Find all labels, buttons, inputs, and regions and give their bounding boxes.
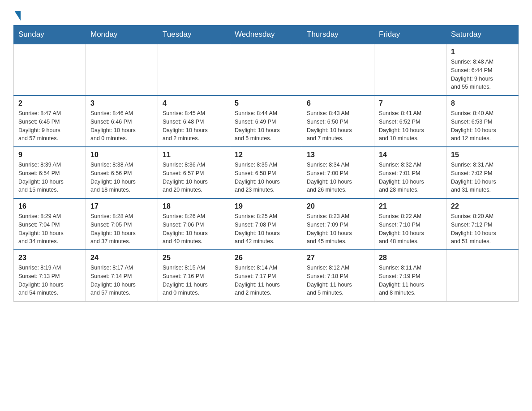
day-info: Sunrise: 8:34 AMSunset: 7:00 PMDaylight:… — [307, 161, 369, 194]
col-sunday: Sunday — [14, 26, 86, 44]
day-info: Sunrise: 8:26 AMSunset: 7:06 PMDaylight:… — [163, 212, 225, 246]
table-row: 1Sunrise: 8:48 AMSunset: 6:44 PMDaylight… — [446, 44, 519, 95]
day-info: Sunrise: 8:44 AMSunset: 6:49 PMDaylight:… — [235, 109, 297, 143]
table-row: 24Sunrise: 8:17 AMSunset: 7:14 PMDayligh… — [86, 250, 158, 301]
day-number: 9 — [18, 151, 81, 159]
day-info: Sunrise: 8:31 AMSunset: 7:02 PMDaylight:… — [451, 161, 514, 194]
day-number: 26 — [235, 254, 297, 262]
day-info: Sunrise: 8:46 AMSunset: 6:46 PMDaylight:… — [90, 109, 153, 143]
day-number: 10 — [90, 151, 153, 159]
day-number: 8 — [451, 99, 514, 107]
table-row: 9Sunrise: 8:39 AMSunset: 6:54 PMDaylight… — [14, 147, 86, 198]
table-row: 22Sunrise: 8:20 AMSunset: 7:12 PMDayligh… — [446, 198, 519, 250]
day-number: 23 — [18, 254, 81, 262]
day-info: Sunrise: 8:25 AMSunset: 7:08 PMDaylight:… — [235, 212, 297, 246]
day-number: 7 — [379, 99, 442, 107]
day-info: Sunrise: 8:23 AMSunset: 7:09 PMDaylight:… — [307, 212, 369, 246]
day-number: 22 — [451, 202, 514, 210]
table-row — [14, 44, 86, 95]
table-row: 19Sunrise: 8:25 AMSunset: 7:08 PMDayligh… — [230, 198, 302, 250]
day-info: Sunrise: 8:47 AMSunset: 6:45 PMDaylight:… — [18, 109, 81, 143]
day-info: Sunrise: 8:41 AMSunset: 6:52 PMDaylight:… — [379, 109, 442, 143]
calendar-header-row: Sunday Monday Tuesday Wednesday Thursday… — [14, 26, 519, 44]
day-number: 20 — [307, 202, 369, 210]
day-number: 3 — [90, 99, 153, 107]
day-info: Sunrise: 8:48 AMSunset: 6:44 PMDaylight:… — [451, 58, 514, 91]
day-number: 6 — [307, 99, 369, 107]
table-row — [230, 44, 302, 95]
day-number: 25 — [163, 254, 225, 262]
day-info: Sunrise: 8:22 AMSunset: 7:10 PMDaylight:… — [379, 212, 442, 246]
day-number: 24 — [90, 254, 153, 262]
day-number: 27 — [307, 254, 369, 262]
day-number: 21 — [379, 202, 442, 210]
day-info: Sunrise: 8:11 AMSunset: 7:19 PMDaylight:… — [379, 264, 442, 297]
calendar-week-row: 9Sunrise: 8:39 AMSunset: 6:54 PMDaylight… — [14, 147, 519, 198]
logo — [13, 9, 21, 21]
day-info: Sunrise: 8:20 AMSunset: 7:12 PMDaylight:… — [451, 212, 514, 246]
day-info: Sunrise: 8:43 AMSunset: 6:50 PMDaylight:… — [307, 109, 369, 143]
table-row: 11Sunrise: 8:36 AMSunset: 6:57 PMDayligh… — [158, 147, 230, 198]
day-info: Sunrise: 8:35 AMSunset: 6:58 PMDaylight:… — [235, 161, 297, 194]
calendar-week-row: 16Sunrise: 8:29 AMSunset: 7:04 PMDayligh… — [14, 198, 519, 250]
day-info: Sunrise: 8:14 AMSunset: 7:17 PMDaylight:… — [235, 264, 297, 297]
day-number: 13 — [307, 151, 369, 159]
table-row: 10Sunrise: 8:38 AMSunset: 6:56 PMDayligh… — [86, 147, 158, 198]
col-saturday: Saturday — [446, 26, 519, 44]
table-row — [86, 44, 158, 95]
day-info: Sunrise: 8:40 AMSunset: 6:53 PMDaylight:… — [451, 109, 514, 143]
table-row: 7Sunrise: 8:41 AMSunset: 6:52 PMDaylight… — [374, 95, 446, 147]
table-row: 27Sunrise: 8:12 AMSunset: 7:18 PMDayligh… — [302, 250, 374, 301]
day-info: Sunrise: 8:19 AMSunset: 7:13 PMDaylight:… — [18, 264, 81, 297]
calendar-week-row: 23Sunrise: 8:19 AMSunset: 7:13 PMDayligh… — [14, 250, 519, 301]
table-row: 21Sunrise: 8:22 AMSunset: 7:10 PMDayligh… — [374, 198, 446, 250]
calendar-week-row: 2Sunrise: 8:47 AMSunset: 6:45 PMDaylight… — [14, 95, 519, 147]
day-number: 1 — [451, 48, 514, 56]
table-row: 16Sunrise: 8:29 AMSunset: 7:04 PMDayligh… — [14, 198, 86, 250]
day-info: Sunrise: 8:45 AMSunset: 6:48 PMDaylight:… — [163, 109, 225, 143]
table-row: 25Sunrise: 8:15 AMSunset: 7:16 PMDayligh… — [158, 250, 230, 301]
calendar-table: Sunday Monday Tuesday Wednesday Thursday… — [13, 25, 519, 302]
logo-arrow-icon — [14, 11, 21, 21]
day-info: Sunrise: 8:39 AMSunset: 6:54 PMDaylight:… — [18, 161, 81, 194]
day-info: Sunrise: 8:32 AMSunset: 7:01 PMDaylight:… — [379, 161, 442, 194]
table-row: 28Sunrise: 8:11 AMSunset: 7:19 PMDayligh… — [374, 250, 446, 301]
day-number: 16 — [18, 202, 81, 210]
day-number: 28 — [379, 254, 442, 262]
table-row: 15Sunrise: 8:31 AMSunset: 7:02 PMDayligh… — [446, 147, 519, 198]
day-info: Sunrise: 8:12 AMSunset: 7:18 PMDaylight:… — [307, 264, 369, 297]
table-row: 17Sunrise: 8:28 AMSunset: 7:05 PMDayligh… — [86, 198, 158, 250]
col-tuesday: Tuesday — [158, 26, 230, 44]
day-number: 4 — [163, 99, 225, 107]
day-number: 11 — [163, 151, 225, 159]
day-number: 14 — [379, 151, 442, 159]
table-row: 23Sunrise: 8:19 AMSunset: 7:13 PMDayligh… — [14, 250, 86, 301]
day-number: 18 — [163, 202, 225, 210]
table-row: 4Sunrise: 8:45 AMSunset: 6:48 PMDaylight… — [158, 95, 230, 147]
col-friday: Friday — [374, 26, 446, 44]
table-row: 6Sunrise: 8:43 AMSunset: 6:50 PMDaylight… — [302, 95, 374, 147]
table-row — [302, 44, 374, 95]
day-number: 5 — [235, 99, 297, 107]
col-monday: Monday — [86, 26, 158, 44]
day-number: 2 — [18, 99, 81, 107]
day-info: Sunrise: 8:29 AMSunset: 7:04 PMDaylight:… — [18, 212, 81, 246]
page-header — [13, 9, 519, 21]
day-number: 17 — [90, 202, 153, 210]
table-row — [374, 44, 446, 95]
day-number: 15 — [451, 151, 514, 159]
day-info: Sunrise: 8:17 AMSunset: 7:14 PMDaylight:… — [90, 264, 153, 297]
day-number: 12 — [235, 151, 297, 159]
day-info: Sunrise: 8:36 AMSunset: 6:57 PMDaylight:… — [163, 161, 225, 194]
table-row — [446, 250, 519, 301]
table-row: 2Sunrise: 8:47 AMSunset: 6:45 PMDaylight… — [14, 95, 86, 147]
table-row: 14Sunrise: 8:32 AMSunset: 7:01 PMDayligh… — [374, 147, 446, 198]
table-row: 13Sunrise: 8:34 AMSunset: 7:00 PMDayligh… — [302, 147, 374, 198]
table-row: 5Sunrise: 8:44 AMSunset: 6:49 PMDaylight… — [230, 95, 302, 147]
table-row: 20Sunrise: 8:23 AMSunset: 7:09 PMDayligh… — [302, 198, 374, 250]
col-thursday: Thursday — [302, 26, 374, 44]
table-row: 26Sunrise: 8:14 AMSunset: 7:17 PMDayligh… — [230, 250, 302, 301]
table-row: 3Sunrise: 8:46 AMSunset: 6:46 PMDaylight… — [86, 95, 158, 147]
table-row: 12Sunrise: 8:35 AMSunset: 6:58 PMDayligh… — [230, 147, 302, 198]
table-row — [158, 44, 230, 95]
